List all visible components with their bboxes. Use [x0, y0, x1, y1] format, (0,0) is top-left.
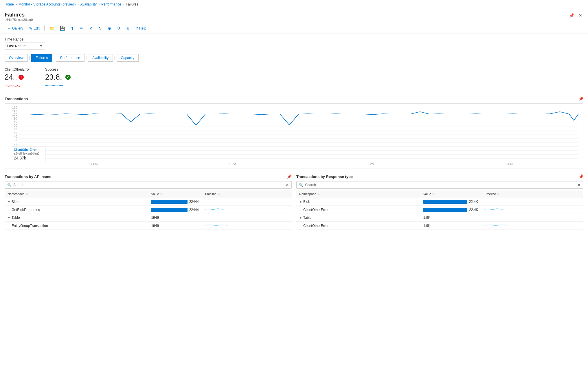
transactions-title: Transactions	[5, 97, 28, 101]
api-timeline-blob	[202, 198, 292, 206]
save-button[interactable]: 💾	[58, 25, 67, 32]
api-table-pin-button[interactable]: 📌	[287, 174, 292, 179]
y-label-80: 80	[6, 120, 17, 124]
response-table: Namespace ⇅ Value ⇅ Timeline ⇅ ▼Blob	[296, 190, 583, 230]
clone-button[interactable]: ⚲	[115, 25, 122, 32]
api-value-table: 1949	[148, 214, 202, 222]
metric-label-2: Success	[45, 67, 74, 71]
upload-button[interactable]: ⬆	[68, 25, 76, 32]
response-namespace-blob: ▼Blob	[296, 198, 420, 206]
table-row: ClientOtherError 22.4K	[296, 206, 583, 214]
header-area: Home › Monitor - Storage Accounts (previ…	[0, 0, 588, 34]
response-namespace-table: ▼Table	[296, 214, 420, 222]
api-namespace-blob: ▼Blob	[5, 198, 148, 206]
gallery-icon: ←	[7, 26, 11, 31]
api-table: Namespace ⇅ Value ⇅ Timeline ⇅ ▼Blob	[5, 190, 292, 230]
metric-status-success: ✓	[65, 75, 71, 80]
response-timeline-blob	[481, 198, 583, 206]
response-col-value: Value ⇅	[420, 190, 481, 198]
chart-svg	[19, 106, 578, 161]
response-table-pin-button[interactable]: 📌	[578, 174, 583, 179]
breadcrumb-performance[interactable]: Performance	[101, 2, 121, 6]
response-search-input[interactable]	[305, 183, 576, 187]
response-bar-blob: 22.4K	[423, 200, 478, 204]
bar-fill-blob	[151, 200, 187, 204]
response-bar-fill-blob	[423, 200, 467, 204]
settings-button[interactable]: ⚙	[105, 25, 114, 32]
api-table-search: 🔍 ✕	[5, 181, 292, 189]
table-row: ▼Table 1.9K	[296, 214, 583, 222]
response-bar-clienterror: 22.4K	[423, 208, 478, 212]
tab-failures[interactable]: Failures	[31, 54, 52, 62]
api-search-clear[interactable]: ✕	[286, 183, 289, 187]
table-response-section: Transactions by Response type 📌 🔍 ✕ Name…	[296, 174, 583, 230]
api-table-title: Transactions by API name	[5, 175, 51, 179]
page-title: Failures	[5, 12, 33, 18]
chart-y-labels: 120 110 100 90 80 70 60 50 40 30 20 10 0	[6, 106, 17, 153]
api-title-row: Transactions by API name 📌	[5, 174, 292, 179]
response-timeline-table	[481, 214, 583, 222]
pencil-button[interactable]: ✏	[78, 25, 86, 32]
breadcrumb-home[interactable]: Home	[5, 2, 14, 6]
discard-button[interactable]: ✕	[87, 25, 95, 32]
folder-button[interactable]: 📁	[47, 25, 56, 32]
help-button[interactable]: ? Help	[133, 25, 148, 32]
expand-arrow-response-table[interactable]: ▼	[299, 216, 302, 219]
transactions-title-row: Transactions 📌	[5, 96, 583, 101]
help-icon: ?	[136, 26, 138, 31]
chart-tooltip: ClientOtherError a64sl75picsq2diag0 24.3…	[11, 146, 45, 162]
pin-button[interactable]: 📌	[568, 12, 575, 19]
y-label-110: 110	[6, 110, 17, 113]
expand-arrow-blob[interactable]: ▼	[8, 200, 10, 203]
y-label-60: 60	[6, 128, 17, 131]
response-table-header-row: Namespace ⇅ Value ⇅ Timeline ⇅	[296, 190, 583, 198]
pencil-icon: ✏	[80, 26, 83, 31]
metric-sparkline-1	[5, 83, 34, 89]
metric-value-1: 24...	[5, 73, 17, 82]
refresh-button[interactable]: ↻	[96, 25, 104, 32]
tab-nav: Overview | Failures | Performance | Avai…	[5, 54, 583, 62]
response-title-row: Transactions by Response type 📌	[296, 174, 583, 179]
api-namespace-getblob: GetBlobProperties	[5, 206, 148, 214]
time-range-label: Time Range	[5, 37, 583, 41]
gallery-label: Gallery	[12, 26, 23, 30]
folder-icon: 📁	[49, 26, 54, 31]
response-timeline-table-clienterror	[481, 222, 583, 230]
y-label-40: 40	[6, 135, 17, 138]
response-value-table: 1.9K	[420, 214, 481, 222]
metrics-row: ClientOtherError 24... ! Success 23.8...…	[5, 67, 583, 89]
x-label-1pm: 1 PM	[229, 163, 236, 166]
title-bar: Failures a64sl75picsq2diag0 📌 ✕	[0, 9, 588, 23]
transactions-pin-button[interactable]: 📌	[578, 96, 583, 101]
metric-value-row-2: 23.8... ✓	[45, 73, 74, 82]
response-table-title: Transactions by Response type	[296, 175, 353, 179]
tab-overview[interactable]: Overview	[5, 54, 28, 62]
page-subtitle: a64sl75picsq2diag0	[5, 18, 33, 21]
save-icon: 💾	[60, 26, 65, 31]
table-row: ClientOtherError 1.9K	[296, 222, 583, 230]
gallery-button[interactable]: ← Gallery	[5, 25, 25, 32]
breadcrumb-availability[interactable]: Availability	[80, 2, 96, 6]
upload-icon: ⬆	[71, 26, 74, 31]
api-bar-blob: 22444	[151, 200, 199, 204]
api-col-timeline: Timeline ⇅	[202, 190, 292, 198]
edit-button[interactable]: ✎ Edit	[27, 25, 42, 32]
search-icon-api: 🔍	[7, 183, 12, 187]
breadcrumb-monitor[interactable]: Monitor - Storage Accounts (preview)	[19, 2, 76, 6]
x-label-3pm: 3 PM	[506, 163, 512, 166]
x-label-12pm: 12 PM	[89, 163, 98, 166]
tab-capacity[interactable]: Capacity	[117, 54, 139, 62]
tab-availability[interactable]: Availability	[88, 54, 113, 62]
tab-performance[interactable]: Performance	[56, 54, 84, 62]
close-button[interactable]: ✕	[578, 12, 583, 19]
time-range-select[interactable]: Last 4 hours Last 1 hour Last 12 hours L…	[5, 43, 45, 49]
emoji-button[interactable]: ☺	[124, 25, 132, 32]
response-search-clear[interactable]: ✕	[577, 183, 581, 187]
tooltip-name: ClientOtherError	[14, 148, 42, 151]
expand-arrow-response-blob[interactable]: ▼	[299, 200, 302, 203]
api-search-input[interactable]	[13, 183, 284, 187]
expand-arrow-table[interactable]: ▼	[8, 216, 10, 219]
api-table-header-row: Namespace ⇅ Value ⇅ Timeline ⇅	[5, 190, 292, 198]
api-timeline-getblob	[202, 206, 292, 214]
api-value-entity: 1949	[148, 222, 202, 230]
